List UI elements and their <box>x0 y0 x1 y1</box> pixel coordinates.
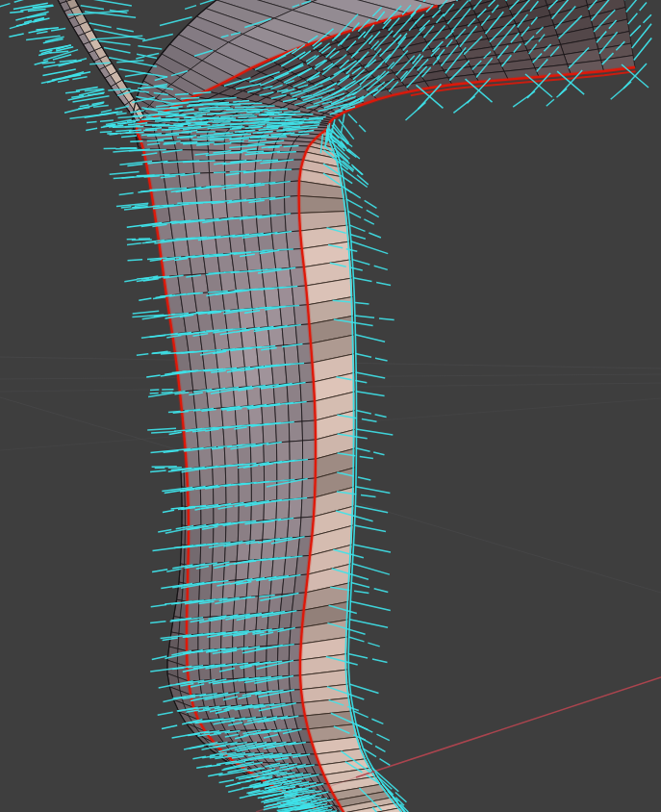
viewport-canvas[interactable] <box>0 0 661 812</box>
3d-viewport[interactable] <box>0 0 661 812</box>
